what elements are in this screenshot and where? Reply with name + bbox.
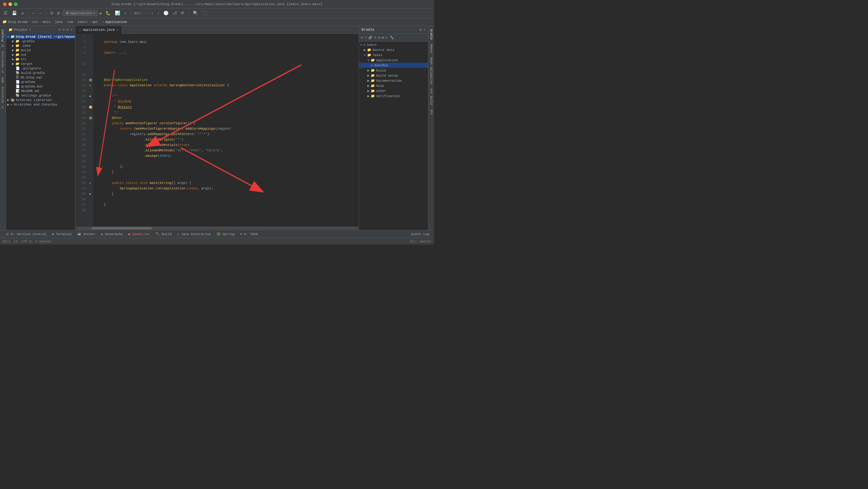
coverage-button[interactable]: 📊: [114, 10, 121, 16]
tree-item-idea[interactable]: ▶ 📁 .idea: [6, 43, 75, 48]
gradle-item-tasks[interactable]: ▾ 📁 Tasks: [359, 53, 428, 58]
favorites-tab[interactable]: 2: Favorites: [1, 50, 5, 75]
window-controls[interactable]: [3, 2, 18, 6]
save-icon[interactable]: 💾: [10, 10, 18, 16]
version-control-tab[interactable]: ⎇ 9: Version Control: [2, 232, 49, 237]
gradle-item-other[interactable]: ▶ 📁 other: [359, 88, 428, 93]
gradle-run-icon[interactable]: ▶: [386, 36, 388, 39]
spring-tab[interactable]: 🌿 Spring: [214, 232, 237, 237]
tree-item-db-sql[interactable]: 🗄 db_blog.sql: [6, 75, 75, 80]
gradle-settings2-icon[interactable]: 🔧: [390, 36, 394, 39]
terminal-tab[interactable]: ⊞ Terminal: [50, 232, 74, 237]
jpa-tab[interactable]: JPA: [429, 107, 433, 116]
gear-icon[interactable]: ⚙: [67, 27, 69, 32]
sonarqube-tab[interactable]: ◈ SonarQube: [98, 232, 125, 237]
dropdown-icon[interactable]: ▾: [29, 28, 31, 32]
web-tab[interactable]: Web: [1, 75, 5, 84]
ant-build-tab[interactable]: Ant Build: [429, 87, 433, 107]
status-git-branch[interactable]: Git: master: [410, 240, 432, 243]
bc-src[interactable]: src: [32, 20, 38, 24]
event-log-tab[interactable]: Event Log: [409, 232, 432, 237]
terminal-icon[interactable]: ⬛: [201, 10, 209, 16]
tree-item-settings-gradle[interactable]: 🐘 settings.gradle: [6, 93, 75, 98]
tree-item-build-gradle[interactable]: 🐘 build.gradle: [6, 70, 75, 75]
git-update-icon[interactable]: ↓: [150, 10, 155, 16]
bc-main[interactable]: main: [42, 20, 50, 24]
maximize-button[interactable]: [14, 2, 18, 6]
build-tab[interactable]: 🔨 Build: [153, 232, 174, 237]
git-branch-icon[interactable]: ⎇: [171, 10, 178, 16]
tree-item-out[interactable]: ▶ 📁 out: [6, 53, 75, 57]
bc-project[interactable]: 📁 blog.break: [2, 20, 28, 24]
gradle-item-verification[interactable]: ▶ 📁 verification: [359, 93, 428, 99]
gradle-item-documentation[interactable]: ▶ 📁 documentation: [359, 78, 428, 83]
tree-item-gradlew[interactable]: 📄 gradlew: [6, 80, 75, 84]
gradle-item-source-sets[interactable]: ▶ 📁 Source Sets: [359, 47, 428, 53]
tree-item-project[interactable]: ▾ 📁 blog.break [learn] ~/git/mywork/blog…: [6, 34, 75, 39]
java-enterprise-tab[interactable]: ☕ Java Enterprise: [175, 232, 213, 237]
bc-api[interactable]: api: [92, 20, 98, 24]
nav-icon[interactable]: ⊡: [49, 10, 54, 16]
editor-tab-application[interactable]: ☕ Application.java ✕: [75, 26, 122, 34]
close-icon[interactable]: ✕: [70, 27, 73, 32]
bc-java[interactable]: java: [55, 20, 63, 24]
tree-item-src[interactable]: ▶ 📁 src: [6, 57, 75, 61]
bean-validation-tab[interactable]: Bean Validation: [429, 56, 433, 86]
git-push-icon[interactable]: ↑: [156, 10, 161, 16]
locate-icon[interactable]: ⊕: [59, 27, 61, 32]
minimize-button[interactable]: [8, 2, 12, 6]
run-button[interactable]: ▶: [99, 10, 102, 16]
project-tab[interactable]: 1: Project: [1, 27, 5, 49]
docker-tab[interactable]: 🐳 Docker: [75, 232, 98, 237]
gradle-refresh-icon[interactable]: ↺: [361, 36, 363, 39]
sonarlint-tab[interactable]: ◉ SonarLint: [126, 232, 153, 237]
tree-item-target[interactable]: ▶ 📁 target: [6, 61, 75, 66]
gradle-add-icon[interactable]: +: [365, 36, 367, 39]
gradle-settings-icon[interactable]: ⚙: [420, 27, 422, 32]
gradle-link-icon[interactable]: 🔗: [368, 36, 373, 39]
forward-icon[interactable]: →: [38, 10, 43, 16]
gradle-item-build[interactable]: ▶ 📁 build: [359, 68, 428, 73]
bc-learn[interactable]: learn: [78, 20, 88, 24]
tree-item-gradlew-bat[interactable]: 📄 gradlew.bat: [6, 84, 75, 89]
todo-tab[interactable]: ≡ 6: TODO: [238, 232, 260, 237]
gradle-collapse-icon[interactable]: ⊟: [378, 36, 380, 39]
menu-icon[interactable]: ☰: [2, 10, 9, 16]
gradle-item-application[interactable]: ▾ 📁 application: [359, 58, 428, 63]
git-check2-icon[interactable]: ✓: [147, 11, 149, 15]
search-icon[interactable]: 🔍: [192, 10, 199, 16]
status-encoding[interactable]: UTF-8: [22, 240, 32, 243]
gradle-item-bootrun[interactable]: ▶ bootRun: [359, 63, 428, 68]
gradle-expand-icon[interactable]: ≡: [374, 36, 376, 39]
collapse-icon[interactable]: ⊟: [62, 27, 64, 32]
tab-close-icon[interactable]: ✕: [116, 28, 118, 32]
git-check-icon[interactable]: ✓: [144, 11, 146, 15]
gradle-side-tab[interactable]: Gradle: [429, 27, 433, 41]
run-configuration[interactable]: 🖥 Application ▾: [63, 10, 98, 16]
tree-item-ext-libs[interactable]: ▶ 📚 External Libraries: [6, 98, 75, 102]
status-indent[interactable]: 4 spaces: [35, 240, 51, 243]
code-content[interactable]: package com.learn.api; import ...; @Spri…: [93, 34, 359, 226]
sync-icon[interactable]: ↺: [20, 10, 25, 16]
gradle-item-build-setup[interactable]: ▶ 📁 build setup: [359, 73, 428, 78]
horizontal-scrollbar[interactable]: [75, 226, 359, 230]
gradle-item-learn[interactable]: ▾ ⊡ learn: [359, 42, 428, 47]
tree-item-gradle[interactable]: ▶ 📁 .gradle: [6, 39, 75, 43]
close-button[interactable]: [3, 2, 7, 6]
gradle-close-icon[interactable]: ✕: [424, 27, 426, 32]
tree-item-gitignore[interactable]: 📄 .gitignore: [6, 66, 75, 70]
tree-item-build[interactable]: ▶ 📁 build: [6, 48, 75, 53]
structure-tab[interactable]: 2: Structure: [1, 85, 5, 110]
status-position[interactable]: 38:1: [2, 240, 10, 243]
tree-item-readme[interactable]: 📝 README.md: [6, 89, 75, 93]
bc-application[interactable]: ☕ Application: [102, 20, 127, 24]
back-icon[interactable]: ←: [31, 10, 36, 16]
code-editor[interactable]: 1 2 3 4 11 12 13 14 15 16 17 18 19 20 21…: [75, 34, 359, 226]
debug-button[interactable]: 🐛: [104, 10, 112, 16]
settings-icon[interactable]: ⚙: [56, 10, 61, 16]
gradle-item-help[interactable]: ▶ 📁 help: [359, 83, 428, 88]
bc-com[interactable]: com: [67, 20, 73, 24]
gradle-group-icon[interactable]: ⊞: [382, 36, 384, 39]
git-revert-icon[interactable]: ⟲: [179, 10, 185, 16]
profile-button[interactable]: ⚡: [123, 10, 128, 16]
